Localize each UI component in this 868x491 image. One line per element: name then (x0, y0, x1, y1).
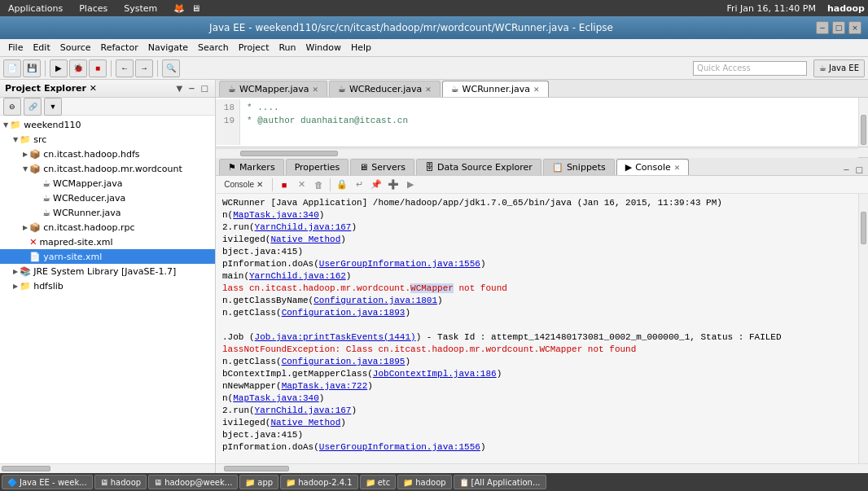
applications-menu[interactable]: Applications (3, 2, 68, 15)
tab-close-icon[interactable]: ✕ (533, 85, 540, 94)
collapse-all-button[interactable]: ▼ (174, 83, 184, 94)
clear-console-button[interactable]: 🗑 (311, 178, 326, 192)
tab-close-icon[interactable]: ✕ (312, 85, 318, 94)
minimize-button[interactable]: − (816, 21, 829, 34)
terminal-icon[interactable]: 🖥 (191, 3, 200, 14)
hscroll-thumb[interactable] (2, 466, 50, 471)
menu-run[interactable]: Run (274, 41, 300, 55)
terminate-button[interactable]: ■ (277, 178, 292, 192)
console-vscroll-thumb[interactable] (861, 212, 866, 244)
console-link[interactable]: UserGroupInformation.java:1556 (319, 259, 480, 269)
menu-source[interactable]: Source (55, 41, 96, 55)
tab-console[interactable]: ▶ Console ✕ (616, 159, 690, 175)
scroll-lock-button[interactable]: 🔒 (335, 178, 349, 192)
tree-view-menu-button[interactable]: ▼ (44, 98, 62, 116)
taskbar-all-apps[interactable]: 📋 [All Application... (454, 475, 546, 489)
tree-item-weekend110[interactable]: ▼ 📁 weekend110 (0, 117, 215, 132)
console-link[interactable]: Job.java:printTaskEvents(1441) (255, 332, 416, 342)
menu-file[interactable]: File (3, 41, 28, 55)
tab-properties[interactable]: Properties (286, 159, 349, 175)
tree-item-mapred-site[interactable]: ▶ ✕ mapred-site.xml (0, 235, 215, 249)
console-link[interactable]: YarnChild.java:167 (255, 406, 352, 415)
taskbar-app[interactable]: 📁 app (239, 475, 278, 489)
menu-edit[interactable]: Edit (28, 41, 55, 55)
menu-search[interactable]: Search (193, 41, 234, 55)
java-ee-perspective-button[interactable]: ☕ Java EE (813, 59, 865, 77)
console-hscrollbar[interactable] (216, 463, 868, 473)
tab-snippets[interactable]: 📋 Snippets (543, 159, 615, 175)
taskbar-hadoop241[interactable]: 📁 hadoop-2.4.1 (280, 475, 357, 489)
quick-access-box[interactable]: Quick Access (693, 61, 807, 76)
console-link[interactable]: MapTask.java:722 (282, 381, 368, 391)
tree-item-jre[interactable]: ▶ 📚 JRE System Library [JavaSE-1.7] (0, 264, 215, 278)
open-console-button[interactable]: ▶ (403, 178, 418, 192)
remove-launch-button[interactable]: ✕ (294, 178, 309, 192)
menu-help[interactable]: Help (346, 41, 376, 55)
back-button[interactable]: ← (116, 59, 134, 77)
new-button[interactable]: 📄 (3, 59, 21, 77)
tree-item-hdfslib[interactable]: ▶ 📁 hdfslib (0, 278, 215, 293)
tab-close-icon[interactable]: ✕ (425, 85, 432, 94)
console-link[interactable]: Configuration.java:1893 (282, 308, 406, 318)
taskbar-hadoop-folder[interactable]: 📁 hadoop (397, 475, 451, 489)
console-hscroll-thumb[interactable] (224, 466, 289, 471)
project-explorer-hscrollbar[interactable] (0, 463, 215, 473)
console-link[interactable]: JobContextImpl.java:186 (373, 369, 497, 379)
taskbar-etc[interactable]: 📁 etc (360, 475, 397, 489)
console-link[interactable]: MapTask.java:340 (233, 210, 319, 220)
tab-markers[interactable]: ⚑ Markers (219, 159, 284, 175)
firefox-icon[interactable]: 🦊 (173, 3, 185, 14)
tree-item-rpc[interactable]: ▶ 📦 cn.itcast.hadoop.rpc (0, 220, 215, 235)
editor-vscroll-thumb[interactable] (861, 115, 866, 145)
taskbar-eclipse[interactable]: 🔷 Java EE - week... (2, 475, 93, 489)
debug-button[interactable]: 🐞 (69, 59, 87, 77)
collapse-all-tree-button[interactable]: ⊖ (3, 98, 21, 116)
tree-item-src[interactable]: ▼ 📁 src (0, 132, 215, 147)
taskbar-hadoop-term[interactable]: 🖥 hadoop (94, 475, 147, 489)
stop-button[interactable]: ■ (89, 59, 107, 77)
panel-maximize-btn[interactable]: □ (854, 164, 865, 175)
places-menu[interactable]: Places (74, 2, 112, 15)
console-tab-close[interactable]: ✕ (674, 164, 681, 172)
tab-wcmapper[interactable]: ☕ WCMapper.java ✕ (219, 81, 327, 97)
console-link[interactable]: Configuration.java:1801 (313, 296, 437, 305)
console-link[interactable]: Native Method (270, 418, 340, 427)
tree-item-yarn-site[interactable]: ▶ 📄 yarn-site.xml (0, 249, 215, 264)
tree-item-wcrunner[interactable]: ▶ ☕ WCRunner.java (0, 205, 215, 220)
code-text[interactable]: * .... * @author duanhaitan@itcast.cn (240, 99, 858, 145)
menu-project[interactable]: Project (234, 41, 274, 55)
tree-item-wcreducer[interactable]: ▶ ☕ WCReducer.java (0, 191, 215, 205)
panel-maximize-button[interactable]: □ (199, 83, 210, 94)
console-link[interactable]: UserGroupInformation.java:1556 (319, 442, 480, 452)
tab-data-source[interactable]: 🗄 Data Source Explorer (416, 159, 541, 175)
pin-console-button[interactable]: 📌 (369, 178, 384, 192)
run-button[interactable]: ▶ (50, 59, 68, 77)
close-button[interactable]: × (848, 21, 861, 34)
tab-wcrunner[interactable]: ☕ WCRunner.java ✕ (442, 81, 549, 97)
panel-minimize-btn[interactable]: − (841, 164, 851, 175)
system-menu[interactable]: System (119, 2, 162, 15)
menu-refactor[interactable]: Refactor (96, 41, 143, 55)
console-vscrollbar[interactable] (858, 194, 868, 463)
tree-item-wcmapper[interactable]: ▶ ☕ WCMapper.java (0, 176, 215, 191)
tab-wcreducer[interactable]: ☕ WCReducer.java ✕ (329, 81, 441, 97)
forward-button[interactable]: → (135, 59, 153, 77)
word-wrap-button[interactable]: ↵ (352, 178, 366, 192)
tree-item-hdfs[interactable]: ▶ 📦 cn.itcast.hadoop.hdfs (0, 147, 215, 161)
editor-hscrollbar[interactable] (216, 148, 858, 158)
taskbar-hadoopweek[interactable]: 🖥 hadoop@week... (148, 475, 238, 489)
maximize-button[interactable]: □ (832, 21, 845, 34)
console-link[interactable]: YarnChild.java:167 (255, 222, 352, 232)
search-toolbar-button[interactable]: 🔍 (162, 59, 180, 77)
editor-hscroll-thumb[interactable] (240, 151, 338, 156)
panel-minimize-button[interactable]: − (186, 83, 196, 94)
tab-servers[interactable]: 🖥 Servers (350, 159, 414, 175)
link-with-editor-button[interactable]: 🔗 (24, 98, 42, 116)
new-console-button[interactable]: ➕ (386, 178, 401, 192)
menu-window[interactable]: Window (301, 41, 346, 55)
menu-navigate[interactable]: Navigate (143, 41, 193, 55)
console-link[interactable]: MapTask.java:340 (233, 393, 319, 403)
console-link[interactable]: Configuration.java:1895 (282, 357, 406, 366)
tree-item-wordcount[interactable]: ▼ 📦 cn.itcast.hadoop.mr.wordcount (0, 161, 215, 176)
editor-vscrollbar[interactable] (858, 98, 868, 147)
